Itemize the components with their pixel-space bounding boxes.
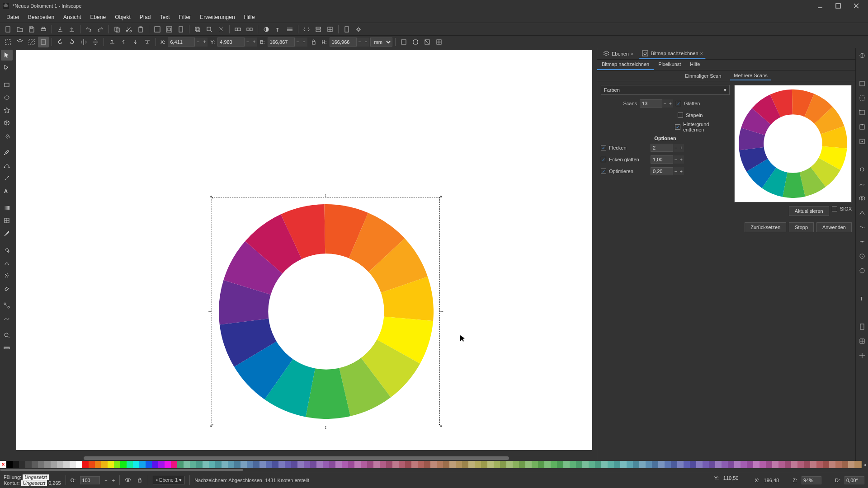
flip-v-button[interactable] [90, 37, 101, 47]
opacity-inc[interactable]: + [112, 478, 115, 483]
snap-guide-icon[interactable] [857, 351, 867, 361]
close-button[interactable] [847, 0, 865, 12]
h-dec[interactable]: − [357, 38, 363, 47]
corners-inc[interactable]: + [679, 155, 684, 164]
subtab-pixel[interactable]: Pixelkunst [654, 60, 685, 70]
export-button[interactable] [66, 24, 77, 35]
tab-layers-close[interactable]: × [631, 51, 633, 56]
snap-line-mid-icon[interactable] [857, 237, 867, 247]
zoom-drawing-button[interactable] [164, 24, 175, 35]
menu-object[interactable]: Objekt [110, 13, 135, 21]
calligraphy-tool[interactable] [1, 173, 13, 183]
opacity-dec[interactable]: − [104, 478, 107, 483]
stack-checkbox[interactable] [678, 113, 683, 118]
snap-path-icon[interactable] [857, 179, 867, 189]
connector-tool[interactable] [1, 300, 13, 311]
move-gradients-button[interactable] [422, 37, 433, 47]
red-ellipse-object[interactable] [59, 206, 66, 213]
text-props-button[interactable]: T [273, 24, 283, 35]
w-dec[interactable]: − [295, 38, 301, 47]
measure-tool[interactable] [1, 343, 13, 353]
palette-none[interactable]: × [0, 461, 6, 468]
speckles-input[interactable] [651, 144, 673, 152]
speckles-inc[interactable]: + [679, 144, 684, 152]
handle-ne[interactable]: ↗ [438, 195, 442, 199]
scan-multi[interactable]: Mehrere Scans [730, 71, 771, 80]
stop-button[interactable]: Stopp [789, 222, 814, 232]
group-button[interactable] [232, 24, 243, 35]
handle-s[interactable]: ↕ [324, 425, 328, 429]
handle-w[interactable]: ↔ [208, 309, 212, 314]
stroke-value[interactable]: Ungesetzt [21, 480, 47, 486]
redo-button[interactable] [95, 24, 106, 35]
palette-scrollbar[interactable] [0, 468, 868, 472]
rect-tool[interactable] [1, 80, 13, 90]
lower-button[interactable] [130, 37, 141, 47]
scale-corners-button[interactable] [410, 37, 421, 47]
unlink-clone-button[interactable] [216, 24, 226, 35]
tab-trace-close[interactable]: × [700, 51, 703, 56]
menu-text[interactable]: Text [156, 13, 175, 21]
flip-h-button[interactable] [78, 37, 89, 47]
tab-layers[interactable]: Ebenen × [600, 49, 636, 58]
snap-cusp-icon[interactable] [857, 208, 867, 218]
minimize-button[interactable] [811, 0, 829, 12]
ungroup-button[interactable] [244, 24, 255, 35]
snap-node-icon[interactable] [857, 164, 867, 174]
h-inc[interactable]: + [363, 38, 369, 47]
handle-e[interactable]: ↔ [439, 309, 444, 314]
clone-button[interactable] [204, 24, 215, 35]
paste-button[interactable] [135, 24, 146, 35]
zoom-tool[interactable] [1, 330, 13, 341]
snap-page-icon[interactable] [857, 322, 867, 332]
zoom-input[interactable] [802, 476, 821, 484]
dropper-tool[interactable] [1, 228, 13, 239]
unit-select[interactable]: mm [370, 38, 392, 47]
x-inc[interactable]: + [201, 38, 208, 47]
menu-view[interactable]: Ansicht [59, 13, 85, 21]
removebg-checkbox[interactable] [675, 124, 680, 130]
menu-layer[interactable]: Ebene [85, 13, 110, 21]
subtab-trace[interactable]: Bitmap nachzeichnen [597, 60, 654, 70]
snap-smooth-icon[interactable] [857, 222, 867, 232]
rotate-input[interactable] [844, 476, 864, 484]
speckles-checkbox[interactable] [601, 145, 606, 150]
zoom-page-button[interactable] [175, 24, 186, 35]
menu-filter[interactable]: Filter [175, 13, 196, 21]
corners-checkbox[interactable] [601, 157, 606, 162]
deselect-button[interactable] [26, 37, 37, 47]
eraser-tool[interactable] [1, 283, 13, 294]
menu-extensions[interactable]: Erweiterungen [195, 13, 239, 21]
preferences-button[interactable] [353, 24, 364, 35]
visibility-toggle[interactable] [124, 476, 132, 484]
duplicate-button[interactable] [192, 24, 203, 35]
handle-n[interactable]: ↕ [324, 193, 328, 197]
update-button[interactable]: Aktualisieren [789, 206, 829, 216]
raise-top-button[interactable] [107, 37, 118, 47]
maximize-button[interactable] [829, 0, 847, 12]
selector-tool[interactable] [1, 50, 13, 61]
y-input[interactable] [217, 38, 245, 47]
color-wheel-object[interactable] [219, 204, 434, 419]
paint-bucket-tool[interactable] [1, 245, 13, 256]
y-inc[interactable]: + [251, 38, 257, 47]
snap-bbox-edge-icon[interactable] [857, 93, 867, 103]
handle-nw[interactable]: ↖ [209, 195, 214, 199]
fill-value[interactable]: Ungesetzt [23, 474, 49, 480]
layer-selector[interactable]: • Ebene 1 ▾ [153, 476, 185, 484]
y-dec[interactable]: − [245, 38, 251, 47]
handle-se[interactable]: ↘ [438, 423, 442, 427]
snap-intersect-icon[interactable] [857, 193, 867, 203]
corners-input[interactable] [651, 155, 673, 164]
snap-text-icon[interactable]: T [857, 294, 867, 304]
open-doc-button[interactable] [14, 24, 25, 35]
optimize-inc[interactable]: + [679, 167, 684, 175]
import-button[interactable] [55, 24, 66, 35]
menu-edit[interactable]: Bearbeiten [24, 13, 59, 21]
menu-file[interactable]: Datei [2, 13, 24, 21]
spiral-tool[interactable] [1, 130, 13, 141]
w-input[interactable] [268, 38, 295, 47]
save-button[interactable] [26, 24, 37, 35]
3dbox-tool[interactable] [1, 117, 13, 128]
horizontal-scrollbar[interactable] [14, 455, 597, 461]
